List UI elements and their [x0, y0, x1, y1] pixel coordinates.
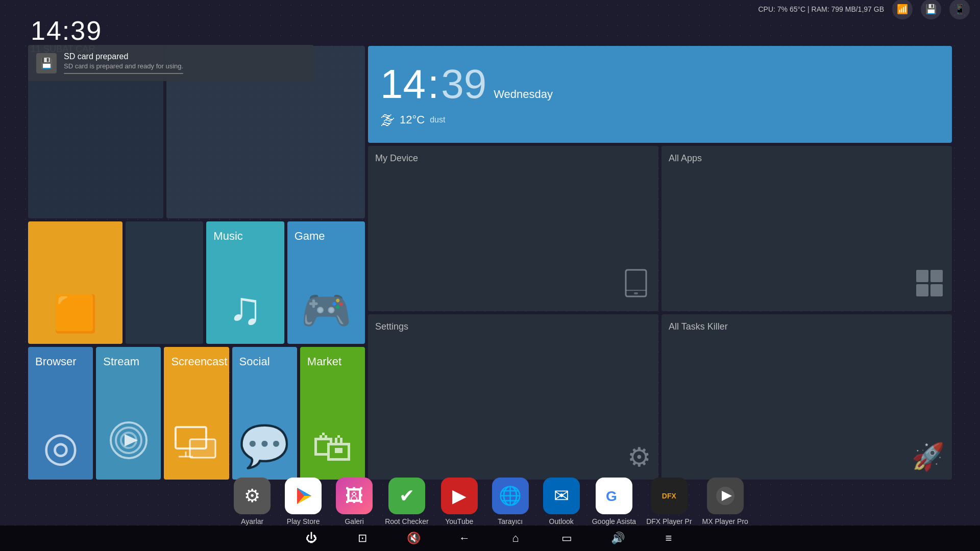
- clock-day: Wednesday: [494, 88, 553, 101]
- dock-icon-google-asista: G: [596, 478, 632, 514]
- bottom-dock: ⚙ Ayarlar Play Store 🖼 Galeri ✔ Root Che…: [0, 478, 980, 525]
- notification-body: SD card is prepared and ready for using.: [64, 62, 183, 70]
- svg-rect-12: [916, 284, 928, 296]
- clock-minutes: 39: [441, 64, 486, 105]
- dock-root-checker[interactable]: ✔ Root Checker: [385, 478, 429, 525]
- dock-icon-ayarlar: ⚙: [234, 478, 271, 514]
- notification-title: SD card prepared: [64, 52, 183, 61]
- dock-icon-galeri: 🖼: [336, 478, 373, 514]
- dock-outlook[interactable]: ✉ Outlook: [541, 478, 582, 525]
- dock-dfx-player[interactable]: DFX DFX Player Pr: [646, 478, 692, 525]
- notification-panel: 💾 SD card prepared SD card is prepared a…: [28, 45, 314, 81]
- bluetooth-button[interactable]: 📱: [949, 0, 970, 19]
- cpu-ram-status: CPU: 7% 65°C | RAM: 799 MB/1,97 GB: [758, 5, 884, 13]
- system-bar: ⏻ ⊡ 🔇 ← ⌂ ▭ 🔊 ≡: [0, 525, 980, 551]
- tile-browser[interactable]: Browser ◎: [28, 347, 93, 480]
- dock-label-galeri: Galeri: [345, 517, 363, 525]
- tile-market[interactable]: Market 🛍: [300, 347, 365, 480]
- weather-desc: dust: [430, 115, 445, 124]
- tile-stream-label: Stream: [100, 355, 139, 368]
- tile-game-label: Game: [291, 230, 325, 243]
- svg-rect-11: [930, 270, 943, 282]
- wifi-icon: 📶: [897, 4, 908, 15]
- clock-widget: 14 : 39 Wednesday 🌫 12°C dust: [368, 46, 952, 143]
- dock-label-tarayici: Tarayıcı: [498, 517, 523, 525]
- small-tiles-row-2: Settings ⚙ All Tasks Killer 🚀: [368, 314, 952, 480]
- apps-row-3: Browser ◎ Stream Screencast: [28, 347, 365, 480]
- volume-down-button[interactable]: 🔇: [403, 528, 424, 548]
- tile-search[interactable]: [126, 221, 203, 344]
- dock-label-ayarlar: Ayarlar: [241, 517, 263, 525]
- all-tasks-killer-icon: 🚀: [912, 441, 945, 472]
- dock-galeri[interactable]: 🖼 Galeri: [334, 478, 375, 525]
- tile-social-icon: 💬: [239, 422, 290, 470]
- dock-icon-play-store: [285, 478, 322, 514]
- home-button[interactable]: ⌂: [505, 528, 526, 548]
- weather-temp: 12°C: [400, 113, 425, 127]
- svg-rect-9: [634, 292, 638, 294]
- tile-market-icon: 🛍: [312, 423, 353, 470]
- tile-my-device[interactable]: My Device: [368, 146, 658, 311]
- tile-stream-icon: [108, 420, 149, 470]
- small-tiles-row-1: My Device All Apps: [368, 146, 952, 311]
- clock-hours: 14: [380, 64, 426, 105]
- dock-label-dfx-player: DFX Player Pr: [646, 517, 692, 525]
- tile-social[interactable]: Social 💬: [232, 347, 297, 480]
- notification-icon: 💾: [36, 53, 57, 73]
- sd-icon: 💾: [925, 4, 937, 15]
- tile-market-label: Market: [304, 355, 341, 368]
- settings-label: Settings: [375, 321, 651, 332]
- sd-button[interactable]: 💾: [921, 0, 941, 19]
- tile-game-icon: 🎮: [301, 287, 352, 335]
- tile-music-icon: ♫: [228, 282, 263, 335]
- left-apps-area: 🟧 Music ♫ Game 🎮 Browser ◎ Stream: [28, 46, 365, 480]
- tile-browser-icon: ◎: [43, 423, 79, 470]
- dock-play-store[interactable]: Play Store: [283, 478, 324, 525]
- back-button[interactable]: ←: [454, 528, 475, 548]
- dock-mx-player[interactable]: MX Player Pro: [702, 478, 748, 525]
- dock-icon-root-checker: ✔: [388, 478, 425, 514]
- bluetooth-icon: 📱: [954, 4, 965, 15]
- tile-all-tasks-killer[interactable]: All Tasks Killer 🚀: [662, 314, 952, 480]
- tile-game[interactable]: Game 🎮: [287, 221, 365, 344]
- tile-music[interactable]: Music ♫: [206, 221, 284, 344]
- dock-icon-mx-player: [707, 478, 744, 514]
- svg-text:G: G: [606, 488, 617, 504]
- recents-button[interactable]: ▭: [556, 528, 577, 548]
- dock-google-asista[interactable]: G Google Asista: [592, 478, 636, 525]
- settings-icon: ⚙: [627, 442, 651, 472]
- my-device-icon: [621, 268, 651, 304]
- all-apps-label: All Apps: [669, 153, 945, 164]
- tile-settings[interactable]: Settings ⚙: [368, 314, 658, 480]
- notification-text: SD card prepared SD card is prepared and…: [64, 52, 183, 74]
- screenshot-button[interactable]: ⊡: [352, 528, 373, 548]
- all-apps-icon: [914, 268, 945, 304]
- my-device-label: My Device: [375, 153, 651, 164]
- dock-label-google-asista: Google Asista: [592, 517, 636, 525]
- volume-up-button[interactable]: 🔊: [607, 528, 628, 548]
- dock-ayarlar[interactable]: ⚙ Ayarlar: [232, 478, 273, 525]
- weather-info: 🌫 12°C dust: [380, 112, 940, 129]
- dock-label-play-store: Play Store: [287, 517, 320, 525]
- tile-stream[interactable]: Stream: [96, 347, 161, 480]
- dock-icon-dfx-player: DFX: [651, 478, 688, 514]
- dock-label-root-checker: Root Checker: [385, 517, 429, 525]
- tile-orange-icon: 🟧: [53, 293, 97, 335]
- tile-music-label: Music: [210, 230, 242, 243]
- dock-icon-outlook: ✉: [543, 478, 580, 514]
- tile-screencast[interactable]: Screencast: [164, 347, 229, 480]
- menu-button[interactable]: ≡: [658, 528, 679, 548]
- notification-separator: [64, 73, 183, 74]
- tile-all-apps[interactable]: All Apps: [662, 146, 952, 311]
- tile-screencast-icon: [174, 423, 219, 470]
- wifi-button[interactable]: 📶: [892, 0, 913, 19]
- right-panel: 14 : 39 Wednesday 🌫 12°C dust My Device: [368, 46, 952, 480]
- tile-orange[interactable]: 🟧: [28, 221, 122, 344]
- tile-screencast-label: Screencast: [168, 355, 227, 368]
- svg-rect-5: [190, 439, 215, 458]
- dock-label-mx-player: MX Player Pro: [702, 517, 748, 525]
- dock-tarayici[interactable]: 🌐 Tarayıcı: [490, 478, 531, 525]
- power-button[interactable]: ⏻: [301, 528, 322, 548]
- apps-row-2: 🟧 Music ♫ Game 🎮: [28, 221, 365, 344]
- dock-youtube[interactable]: ▶ YouTube: [439, 478, 480, 525]
